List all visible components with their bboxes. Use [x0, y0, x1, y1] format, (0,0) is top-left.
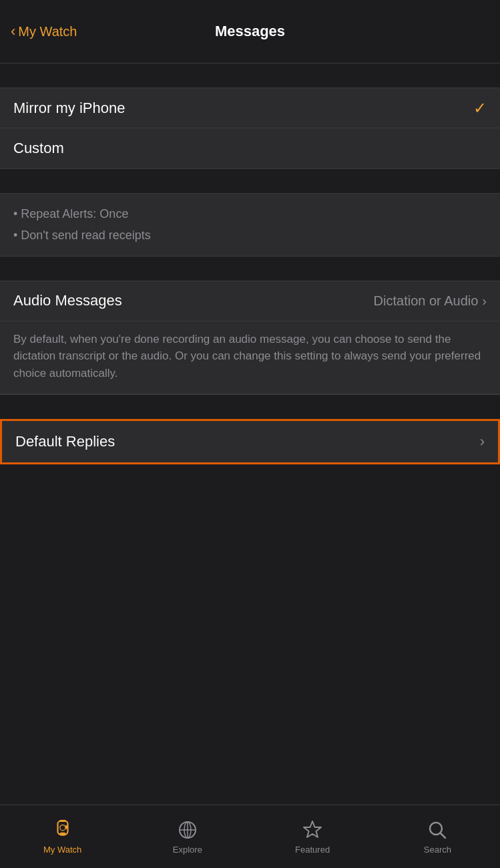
audio-chevron-icon: › [482, 293, 487, 309]
bullet-2: • Don't send read receipts [13, 225, 487, 246]
svg-line-11 [441, 833, 445, 838]
audio-description-block: By default, when you're done recording a… [0, 321, 500, 395]
my-watch-icon [51, 819, 74, 841]
custom-row[interactable]: Custom [0, 128, 500, 168]
tab-explore[interactable]: Explore [125, 819, 250, 855]
navigation-bar: ‹ My Watch Messages [0, 0, 500, 63]
back-button[interactable]: ‹ My Watch [11, 24, 77, 39]
mirror-iphone-label: Mirror my iPhone [13, 100, 125, 117]
tab-my-watch-label: My Watch [43, 845, 81, 855]
bullets-block: • Repeat Alerts: Once • Don't send read … [0, 194, 500, 256]
tab-bar: My Watch Explore Featured [0, 805, 500, 868]
svg-point-4 [59, 825, 65, 831]
tab-search[interactable]: Search [375, 819, 500, 855]
tab-search-label: Search [424, 845, 451, 855]
section-mirror-custom: Mirror my iPhone ✓ Custom [0, 88, 500, 169]
mirror-iphone-row[interactable]: Mirror my iPhone ✓ [0, 88, 500, 128]
explore-icon [176, 819, 199, 841]
audio-description-text: By default, when you're done recording a… [13, 331, 487, 382]
spacer-3 [0, 257, 500, 281]
back-label: My Watch [18, 24, 77, 39]
spacer-top [0, 63, 500, 88]
page-title: Messages [215, 23, 285, 40]
mirror-iphone-check: ✓ [473, 99, 487, 118]
tab-explore-label: Explore [173, 845, 202, 855]
main-content: Mirror my iPhone ✓ Custom • Repeat Alert… [0, 63, 500, 805]
tab-featured[interactable]: Featured [250, 819, 375, 855]
svg-marker-9 [304, 821, 321, 837]
audio-messages-value-text: Dictation or Audio [374, 293, 479, 309]
section-audio: Audio Messages Dictation or Audio › By d… [0, 281, 500, 396]
audio-messages-row[interactable]: Audio Messages Dictation or Audio › [0, 281, 500, 321]
bullet-1: • Repeat Alerts: Once [13, 203, 487, 225]
custom-label: Custom [13, 140, 64, 157]
section-default-replies: Default Replies › [0, 419, 500, 464]
section-bullets: • Repeat Alerts: Once • Don't send read … [0, 193, 500, 257]
default-replies-chevron-icon: › [480, 433, 485, 450]
default-replies-row[interactable]: Default Replies › [0, 419, 500, 464]
back-chevron-icon: ‹ [11, 24, 15, 39]
svg-rect-3 [59, 833, 65, 835]
search-icon [426, 819, 449, 841]
svg-rect-2 [59, 820, 65, 822]
default-replies-label: Default Replies [15, 433, 115, 450]
audio-messages-value: Dictation or Audio › [374, 293, 487, 309]
spacer-2 [0, 169, 500, 193]
tab-featured-label: Featured [295, 845, 330, 855]
audio-messages-label: Audio Messages [13, 292, 122, 309]
tab-my-watch[interactable]: My Watch [0, 819, 125, 855]
spacer-4 [0, 395, 500, 419]
featured-icon [301, 819, 324, 841]
